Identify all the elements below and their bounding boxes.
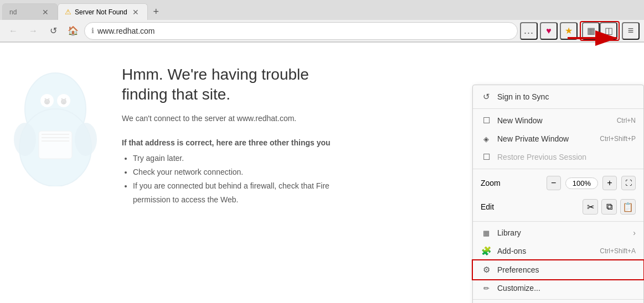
zoom-in-button[interactable]: + (602, 176, 617, 190)
restore-icon: ☐ (481, 152, 492, 162)
mascot-image (11, 54, 111, 220)
library-arrow-icon: › (633, 228, 636, 237)
cut-button[interactable]: ✂ (583, 199, 598, 215)
graph-icon-button[interactable]: ▦ (582, 22, 600, 40)
svg-rect-12 (39, 131, 72, 159)
error-list-item: Check your network connection. (133, 165, 421, 179)
tab-bar: nd ✕ ⚠ Server Not Found ✕ + (0, 0, 644, 20)
menu-item-addons[interactable]: 🧩 Add-ons Ctrl+Shift+A (473, 242, 643, 260)
tab-2-title: Server Not Found (75, 8, 127, 16)
window-icon: ☐ (481, 116, 492, 126)
menu-new-private-shortcut: Ctrl+Shift+P (600, 135, 636, 143)
dropdown-menu: ↺ Sign in to Sync ☐ New Window Ctrl+N ◈ … (472, 85, 644, 303)
svg-rect-13 (42, 134, 69, 135)
address-bar[interactable]: ℹ www.redhat.com (84, 22, 518, 40)
sidebar-button[interactable]: ◫ (600, 22, 617, 40)
menu-new-private-label: New Private Window (497, 134, 594, 143)
svg-rect-15 (42, 140, 69, 142)
menu-item-new-private[interactable]: ◈ New Private Window Ctrl+Shift+P (473, 130, 643, 148)
zoom-value: 100% (565, 177, 598, 189)
menu-zoom-section: Zoom − 100% + ⛶ (473, 171, 643, 195)
tab-2[interactable]: ⚠ Server Not Found ✕ (58, 3, 148, 20)
tab-1-close[interactable]: ✕ (40, 7, 50, 17)
edit-label: Edit (481, 202, 555, 211)
error-list: Try again later. Check your network conn… (122, 152, 421, 207)
error-title: Hmm. We're having troublefinding that si… (122, 65, 421, 105)
edit-controls: ✂ ⧉ 📋 (561, 199, 636, 215)
zoom-label: Zoom (481, 179, 541, 187)
error-hint: If that address is correct, here are thr… (122, 138, 421, 147)
hamburger-menu-button[interactable]: ≡ (622, 22, 640, 40)
security-icon: ℹ (91, 27, 94, 35)
menu-separator-4 (473, 299, 643, 300)
home-button[interactable]: 🏠 (64, 22, 82, 40)
reload-button[interactable]: ↺ (44, 22, 62, 40)
menu-separator-1 (473, 108, 643, 109)
menu-restore-label: Restore Previous Session (497, 153, 636, 161)
menu-item-restore[interactable]: ☐ Restore Previous Session (473, 148, 643, 166)
content-area: Hmm. We're having troublefinding that si… (0, 43, 644, 303)
error-subtitle: We can't connect to the server at www.re… (122, 114, 421, 123)
url-text: www.redhat.com (97, 27, 511, 35)
menu-addons-shortcut: Ctrl+Shift+A (600, 247, 636, 255)
menu-item-preferences[interactable]: ⚙ Preferences (473, 260, 643, 279)
sync-icon: ↺ (481, 92, 492, 102)
error-list-item: Try again later. (133, 152, 421, 165)
tab-1-title: nd (9, 8, 37, 16)
zoom-out-button[interactable]: − (547, 176, 561, 190)
menu-separator-2 (473, 169, 643, 169)
error-list-item: If you are connected but behind a firewa… (133, 179, 421, 207)
customize-icon: ✏ (481, 284, 492, 292)
new-tab-button[interactable]: + (148, 3, 164, 20)
addons-icon: 🧩 (481, 246, 492, 256)
menu-preferences-label: Preferences (497, 265, 636, 274)
svg-point-16 (14, 123, 36, 156)
tab-2-close[interactable]: ✕ (131, 7, 141, 17)
paste-button[interactable]: 📋 (620, 199, 636, 215)
menu-new-window-label: New Window (497, 116, 611, 125)
menu-item-library[interactable]: ▦ Library › (473, 224, 643, 242)
preferences-icon: ⚙ (481, 265, 492, 275)
menu-library-label: Library (497, 228, 627, 237)
warning-icon: ⚠ (65, 8, 71, 16)
menu-new-window-shortcut: Ctrl+N (617, 117, 636, 124)
menu-separator-3 (473, 221, 643, 222)
toolbar: ← → ↺ 🏠 ℹ www.redhat.com ... ♥ ★ ▦ ◫ ≡ (0, 20, 644, 42)
menu-sign-in-label: Sign in to Sync (497, 92, 636, 101)
zoom-fullscreen-button[interactable]: ⛶ (621, 176, 636, 190)
library-icon: ▦ (481, 229, 492, 237)
browser-chrome: nd ✕ ⚠ Server Not Found ✕ + ← → ↺ 🏠 ℹ ww… (0, 0, 644, 43)
menu-item-new-window[interactable]: ☐ New Window Ctrl+N (473, 111, 643, 130)
forward-button[interactable]: → (24, 22, 42, 40)
menu-item-sign-in[interactable]: ↺ Sign in to Sync (473, 87, 643, 106)
back-button[interactable]: ← (4, 22, 22, 40)
menu-item-customize[interactable]: ✏ Customize... (473, 279, 643, 297)
toolbar-right: ... ♥ ★ ▦ ◫ ≡ (520, 21, 640, 41)
zoom-controls: − 100% + ⛶ (547, 176, 636, 190)
svg-point-6 (61, 99, 66, 105)
tab-1[interactable]: nd ✕ (2, 3, 58, 20)
svg-point-17 (75, 123, 97, 156)
star-button[interactable]: ★ (560, 22, 578, 40)
menu-addons-label: Add-ons (497, 247, 594, 255)
more-button[interactable]: ... (520, 22, 538, 40)
copy-button[interactable]: ⧉ (601, 199, 617, 215)
svg-rect-14 (42, 137, 69, 138)
menu-edit-section: Edit ✂ ⧉ 📋 (473, 195, 643, 219)
private-icon: ◈ (481, 135, 492, 143)
svg-point-5 (44, 99, 50, 105)
pocket-button[interactable]: ♥ (540, 22, 558, 40)
menu-customize-label: Customize... (497, 284, 636, 292)
